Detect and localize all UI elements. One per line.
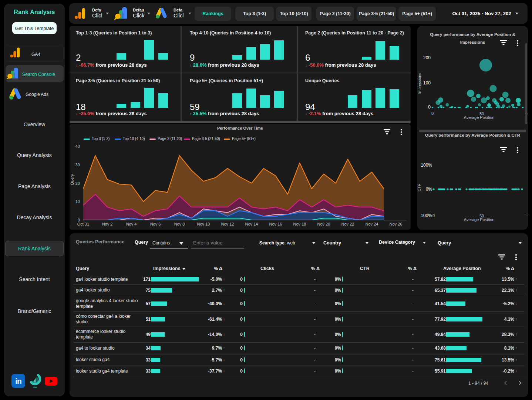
svg-text:Nov 18: Nov 18 (293, 222, 306, 226)
svg-text:0: 0 (428, 104, 431, 110)
svg-text:Oct 31: Oct 31 (77, 222, 89, 226)
svg-text:40: 40 (75, 144, 80, 149)
svg-text:Nov 26: Nov 26 (390, 222, 403, 226)
svg-text:200: 200 (423, 55, 431, 60)
svg-text:CTR: CTR (417, 183, 421, 191)
svg-text:Query: Query (70, 174, 74, 185)
svg-text:100: 100 (423, 80, 431, 86)
svg-text:Nov 16: Nov 16 (269, 222, 282, 226)
svg-text:Impressions: Impressions (417, 73, 422, 94)
svg-text:Average Position: Average Position (464, 217, 495, 222)
svg-text:Nov 4: Nov 4 (126, 222, 137, 226)
svg-text:Average Position: Average Position (464, 115, 495, 120)
svg-text:30: 30 (75, 163, 80, 167)
svg-text:Nov 12: Nov 12 (221, 222, 234, 226)
svg-text:Nov 10: Nov 10 (197, 222, 210, 226)
svg-text:Nov 24: Nov 24 (366, 222, 378, 226)
svg-text:0%: 0% (426, 187, 432, 192)
svg-text:clare: clare (33, 386, 37, 388)
svg-text:100%: 100% (421, 163, 432, 168)
svg-text:Nov 20: Nov 20 (317, 222, 330, 226)
svg-text:Nov 6: Nov 6 (150, 222, 161, 226)
svg-text:Nov 14: Nov 14 (245, 222, 258, 226)
svg-text:100%: 100% (421, 213, 432, 218)
svg-text:20: 20 (75, 181, 80, 186)
svg-text:0: 0 (432, 213, 435, 218)
svg-text:Nov 2: Nov 2 (102, 222, 113, 226)
svg-text:Nov 22: Nov 22 (341, 222, 354, 226)
svg-text:10: 10 (75, 199, 80, 204)
svg-text:...: ... (525, 213, 528, 217)
svg-text:-: - (430, 208, 431, 213)
svg-text:Nov 8: Nov 8 (174, 222, 185, 226)
svg-text:0: 0 (431, 111, 434, 116)
